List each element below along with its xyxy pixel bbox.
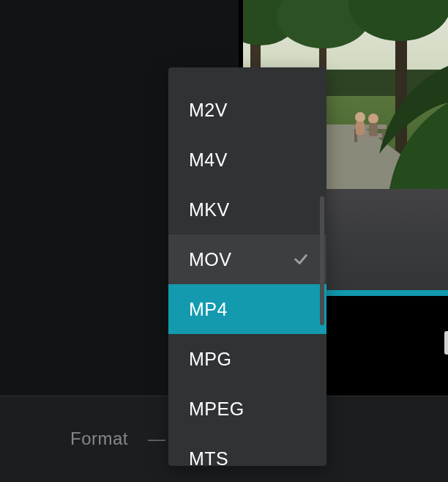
svg-rect-15 xyxy=(356,122,365,135)
format-dropdown-list: M2VM4VMKVMOVMP4MPGMPEGMTS xyxy=(168,67,326,482)
right-handle[interactable] xyxy=(444,331,448,355)
format-option-mov[interactable]: MOV xyxy=(168,234,326,284)
check-icon xyxy=(293,251,309,267)
svg-rect-17 xyxy=(369,123,378,136)
format-dropdown[interactable]: M2VM4VMKVMOVMP4MPGMPEGMTS xyxy=(168,67,326,466)
format-option-label: MP4 xyxy=(189,299,228,320)
format-option-mpg[interactable]: MPG xyxy=(168,334,326,384)
format-option-label: MKV xyxy=(189,199,230,220)
format-option-mts[interactable]: MTS xyxy=(168,434,326,482)
svg-point-14 xyxy=(355,112,365,122)
format-option-label: MTS xyxy=(189,448,228,470)
format-option-label: MOV xyxy=(189,249,231,270)
format-option-label: M4V xyxy=(189,149,228,171)
svg-point-16 xyxy=(368,114,378,124)
format-option-m4v[interactable]: M4V xyxy=(168,135,326,185)
format-option-m2v[interactable]: M2V xyxy=(168,85,326,135)
dropdown-scrollbar[interactable] xyxy=(320,196,324,325)
app-root: Format — M2VM4VMKVMOVMP4MPGMPEGMTS xyxy=(0,0,448,482)
format-dash: — xyxy=(148,429,165,449)
format-option-mkv[interactable]: MKV xyxy=(168,185,326,234)
format-option-label: MPG xyxy=(189,349,231,370)
format-label: Format xyxy=(70,429,128,449)
format-option-label: M2V xyxy=(189,100,228,121)
format-option-label: MPEG xyxy=(189,398,244,420)
format-option-mpeg[interactable]: MPEG xyxy=(168,384,326,434)
format-option-mp4[interactable]: MP4 xyxy=(168,284,326,334)
